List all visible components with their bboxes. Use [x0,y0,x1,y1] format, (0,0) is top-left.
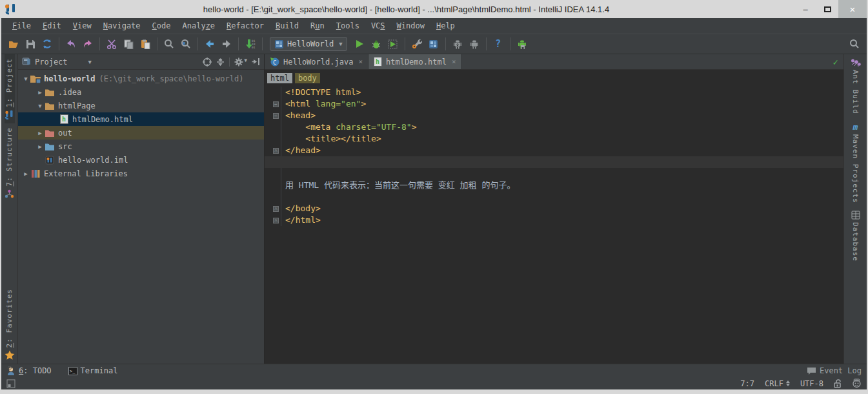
fold-end-icon[interactable]: ˄ [273,206,279,212]
menu-run[interactable]: Run [305,19,330,32]
code-line[interactable]: 用 HTML 代码来表示：当前这一句需要 变红 加粗 的句子。 [265,180,843,191]
code-line[interactable]: ˄</head> [265,145,843,156]
menu-build[interactable]: Build [270,19,305,32]
close-tab-icon[interactable]: × [358,57,363,66]
project-panel-title[interactable]: Project [35,57,68,67]
run-button[interactable] [351,36,368,52]
line-ending-select[interactable]: CRLF [765,379,790,388]
fold-start-icon[interactable]: − [273,101,279,107]
collapsed-chevron-icon[interactable]: ▶ [36,89,44,96]
code-line[interactable] [265,191,843,203]
code-line[interactable]: ˄</body> [265,203,843,214]
tree-row-external-libraries[interactable]: ▶External Libraries [18,167,264,180]
menu-analyze[interactable]: Analyze [177,19,221,32]
encoding-select[interactable]: UTF-8 [800,379,823,388]
breadcrumb-body[interactable]: body [295,73,320,83]
code-line[interactable] [265,168,843,180]
tree-row-htmldemo-html[interactable]: hhtmlDemo.html [18,112,264,126]
toolwindow-button--project[interactable]: 1: Project [5,54,15,123]
debug-button[interactable] [368,36,385,52]
sdk-manager-button[interactable] [449,36,466,52]
settings-button[interactable] [409,36,425,52]
copy-button[interactable] [120,36,137,52]
back-button[interactable] [201,36,218,52]
code-line[interactable]: <title></title> [265,133,843,145]
code-line[interactable]: −<body> [265,156,843,168]
tree-row-htmlpage[interactable]: ▼htmlPage [18,99,264,112]
hide-panel-button[interactable] [252,57,260,66]
collapse-all-button[interactable] [216,57,225,67]
code-line[interactable]: −<html lang="en"> [265,98,843,110]
close-button[interactable]: × [838,0,867,18]
open-project-button[interactable] [5,36,22,52]
cut-button[interactable] [103,36,120,52]
project-view-dropdown-icon[interactable]: ▼ [88,59,92,65]
expanded-chevron-icon[interactable]: ▼ [22,76,30,82]
menu-code[interactable]: Code [146,19,177,32]
undo-button[interactable] [63,36,79,52]
collapsed-chevron-icon[interactable]: ▶ [36,143,44,150]
help-button[interactable]: ? [490,36,507,52]
tree-row-hello-world[interactable]: ▼hello-world(E:\git_work_space\hello-wor… [18,72,264,85]
toolwindow-button-terminal[interactable]: >_Terminal [68,366,118,375]
tree-row-hello-world-iml[interactable]: hello-world.iml [18,153,264,167]
menu-refactor[interactable]: Refactor [221,19,270,32]
collapsed-chevron-icon[interactable]: ▶ [22,171,30,177]
hector-button[interactable] [852,378,862,388]
toolwindow-button-database[interactable]: Database [851,207,860,265]
toolbar-separator [405,37,405,50]
tree-row-out[interactable]: ▶out [18,126,264,140]
menu-window[interactable]: Window [391,19,430,32]
redo-button[interactable] [79,36,96,52]
menu-help[interactable]: Help [430,19,461,32]
code-line[interactable]: <!DOCTYPE html> [265,87,843,98]
avd-manager-button[interactable] [466,36,483,52]
save-all-button[interactable] [22,36,39,52]
fold-start-icon[interactable]: − [273,113,279,119]
toolwindow-button--structure[interactable]: 7: Structure [5,123,14,202]
code-line[interactable]: ˄</html> [265,214,843,226]
menu-tools[interactable]: Tools [330,19,365,32]
menu-vcs[interactable]: VCS [365,19,391,32]
fold-end-icon[interactable]: ˄ [273,218,279,223]
toolwindow-button-ant-build[interactable]: Ant Build [851,54,861,118]
update-project-button[interactable]: 011001 [242,36,259,52]
project-structure-button[interactable] [425,36,442,52]
menu-navigate[interactable]: Navigate [97,19,146,32]
event-log-button[interactable]: Event Log [807,366,862,375]
run-coverage-button[interactable] [385,36,401,52]
tab-htmldemo-html[interactable]: hhtmlDemo.html× [368,54,462,69]
synchronize-button[interactable] [39,36,56,52]
find-button[interactable] [161,36,177,52]
menu-file[interactable]: File [6,19,37,32]
toolwindow-button-6-todo[interactable]: 6: TODO [6,366,52,376]
tree-row-src[interactable]: ▶src [18,140,264,153]
toolwindow-toggle-button[interactable] [6,379,15,388]
code-editor[interactable]: <!DOCTYPE html>−<html lang="en">−<head> … [265,87,843,364]
forward-button[interactable] [218,36,235,52]
code-line[interactable]: −<head> [265,110,843,121]
maximize-button[interactable] [816,2,838,16]
close-tab-icon[interactable]: × [452,57,456,66]
toolwindow-button--favorites[interactable]: 2: Favorites [5,285,15,364]
tab-helloworld-java[interactable]: CHelloWorld.java× [265,54,368,69]
breadcrumb-html[interactable]: html [267,73,292,83]
gear-button[interactable]: ▼ [234,57,247,67]
collapsed-chevron-icon[interactable]: ▶ [36,130,44,136]
menu-view[interactable]: View [67,19,97,32]
menu-edit[interactable]: Edit [37,19,67,32]
fold-end-icon[interactable]: ˄ [273,148,279,154]
search-button[interactable] [846,36,863,52]
code-line[interactable]: <meta charset="UTF-8"> [265,121,843,133]
android-commit-button[interactable] [514,36,530,52]
expanded-chevron-icon[interactable]: ▼ [36,103,44,109]
toolwindow-button-maven-projects[interactable]: mMaven Projects [851,118,860,207]
locate-button[interactable] [203,57,212,67]
paste-button[interactable] [137,36,154,52]
lock-open-button[interactable] [834,379,842,388]
tree-row--idea[interactable]: ▶.idea [18,85,264,99]
run-configuration-select[interactable]: HelloWorld▼ [270,37,347,51]
replace-button[interactable]: R [177,36,194,52]
caret-position[interactable]: 7:7 [740,379,754,388]
minimize-button[interactable]: – [794,2,816,16]
